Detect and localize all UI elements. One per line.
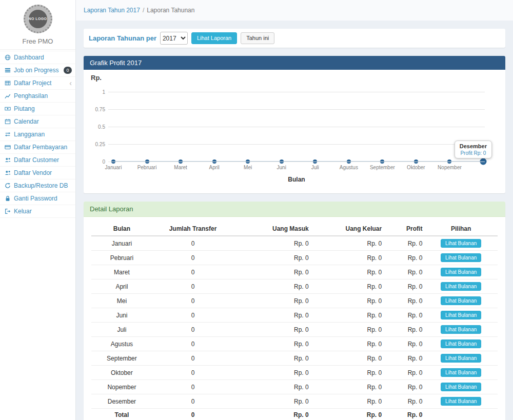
sidebar-item-daftar-customer[interactable]: Daftar Customer xyxy=(0,153,75,166)
cell-pilihan: Lihat Bulanan xyxy=(424,251,498,265)
lihat-bulanan-button-juli[interactable]: Lihat Bulanan xyxy=(441,325,481,334)
x-tick-label: April xyxy=(209,165,220,170)
sidebar-item-langganan[interactable]: Langganan xyxy=(0,128,75,141)
cell-pilihan: Lihat Bulanan xyxy=(424,323,498,337)
table-row-pebruari: Pebruari0Rp. 0Rp. 0Rp. 0Lihat Bulanan xyxy=(91,251,498,265)
lihat-bulanan-button-agustus[interactable]: Lihat Bulanan xyxy=(441,339,481,348)
year-select[interactable]: 2017 xyxy=(160,32,188,45)
total-label: Total xyxy=(91,409,152,420)
sidebar-item-label: Job on Progress xyxy=(14,67,58,74)
sidebar-item-piutang[interactable]: Piutang xyxy=(0,102,75,115)
lihat-bulanan-button-oktober[interactable]: Lihat Bulanan xyxy=(441,368,481,377)
cell-bulan: Januari xyxy=(91,236,152,251)
sidebar-item-keluar[interactable]: Keluar xyxy=(0,205,75,218)
lihat-bulanan-button-desember[interactable]: Lihat Bulanan xyxy=(441,397,481,406)
cell-bulan: Desember xyxy=(91,394,152,409)
report-table-body: Januari0Rp. 0Rp. 0Rp. 0Lihat BulananPebr… xyxy=(91,236,498,409)
users-icon xyxy=(5,170,11,176)
lihat-bulanan-button-september[interactable]: Lihat Bulanan xyxy=(441,354,481,363)
sidebar-item-penghasilan[interactable]: Penghasilan xyxy=(0,89,75,102)
filter-label: Laporan Tahunan per xyxy=(89,34,156,42)
cell-bulan: April xyxy=(91,279,152,294)
cell-pilihan: Lihat Bulanan xyxy=(424,279,498,294)
brand-name: Free PMO xyxy=(0,37,75,45)
main-content: Laporan Tahun 2017/Laporan Tahunan Lapor… xyxy=(76,0,513,420)
sidebar-item-daftar-project[interactable]: Daftar Project‹ xyxy=(0,76,75,89)
cell-profit: Rp. 0 xyxy=(384,308,424,323)
total-profit: Rp. 0 xyxy=(384,409,424,420)
cell-uang-keluar: Rp. 0 xyxy=(311,294,384,308)
cell-uang-keluar: Rp. 0 xyxy=(311,366,384,380)
cell-uang-keluar: Rp. 0 xyxy=(311,236,384,251)
table-row-maret: Maret0Rp. 0Rp. 0Rp. 0Lihat Bulanan xyxy=(91,265,498,279)
cell-uang-keluar: Rp. 0 xyxy=(311,351,384,366)
sidebar-item-label: Ganti Password xyxy=(14,195,57,202)
y-tick-label: 1 xyxy=(89,89,105,95)
sidebar-item-label: Keluar xyxy=(14,208,32,215)
sidebar-item-backup-restore-db[interactable]: Backup/Restore DB xyxy=(0,179,75,192)
lihat-bulanan-button-juni[interactable]: Lihat Bulanan xyxy=(441,311,481,319)
cell-pilihan: Lihat Bulanan xyxy=(424,308,498,323)
cell-uang-masuk: Rp. 0 xyxy=(233,251,310,265)
cell-profit: Rp. 0 xyxy=(384,380,424,394)
cell-pilihan: Lihat Bulanan xyxy=(424,351,498,366)
cell-uang-keluar: Rp. 0 xyxy=(311,251,384,265)
lihat-bulanan-button-januari[interactable]: Lihat Bulanan xyxy=(441,239,481,248)
exchange-icon xyxy=(5,131,11,137)
lihat-bulanan-button-maret[interactable]: Lihat Bulanan xyxy=(441,268,481,276)
table-row-desember: Desember0Rp. 0Rp. 0Rp. 0Lihat Bulanan xyxy=(91,394,498,409)
sidebar-item-ganti-password[interactable]: Ganti Password xyxy=(0,192,75,205)
cell-jumlah-transfer: 0 xyxy=(152,366,233,380)
breadcrumb: Laporan Tahun 2017/Laporan Tahunan xyxy=(76,0,513,21)
breadcrumb-current: Laporan Tahunan xyxy=(147,7,194,14)
breadcrumb-link[interactable]: Laporan Tahun 2017 xyxy=(84,7,140,14)
cell-jumlah-transfer: 0 xyxy=(152,294,233,308)
chevron-left-icon: ‹ xyxy=(69,80,72,86)
cell-profit: Rp. 0 xyxy=(384,294,424,308)
cell-bulan: Pebruari xyxy=(91,251,152,265)
table-icon xyxy=(5,80,11,86)
dashboard-icon xyxy=(5,54,11,61)
cell-jumlah-transfer: 0 xyxy=(152,323,233,337)
cell-uang-keluar: Rp. 0 xyxy=(311,323,384,337)
tooltip-title: Desember xyxy=(460,143,487,149)
x-tick-label: September xyxy=(370,165,395,170)
lihat-bulanan-button-pebruari[interactable]: Lihat Bulanan xyxy=(441,253,481,262)
cell-jumlah-transfer: 0 xyxy=(152,380,233,394)
sidebar-item-daftar-vendor[interactable]: Daftar Vendor xyxy=(0,166,75,179)
cell-jumlah-transfer: 0 xyxy=(152,337,233,351)
sidebar-menu: DashboardJob on Progress0Daftar Project‹… xyxy=(0,51,75,218)
sidebar-item-dashboard[interactable]: Dashboard xyxy=(0,51,75,64)
total-masuk: Rp. 0 xyxy=(233,409,310,420)
cell-jumlah-transfer: 0 xyxy=(152,308,233,323)
cell-uang-keluar: Rp. 0 xyxy=(311,265,384,279)
sidebar-item-job-on-progress[interactable]: Job on Progress0 xyxy=(0,64,75,76)
lihat-bulanan-button-nopember[interactable]: Lihat Bulanan xyxy=(441,383,481,391)
gridline: 0.25 xyxy=(108,144,485,145)
sidebar-item-label: Calendar xyxy=(14,118,39,125)
cell-jumlah-transfer: 0 xyxy=(152,279,233,294)
cell-profit: Rp. 0 xyxy=(384,265,424,279)
table-row-april: April0Rp. 0Rp. 0Rp. 0Lihat Bulanan xyxy=(91,279,498,294)
cell-profit: Rp. 0 xyxy=(384,279,424,294)
view-report-button[interactable]: Lihat Laporan xyxy=(191,32,237,44)
cell-jumlah-transfer: 0 xyxy=(152,394,233,409)
lock-icon xyxy=(5,195,11,202)
lihat-bulanan-button-mei[interactable]: Lihat Bulanan xyxy=(441,296,481,305)
cell-uang-masuk: Rp. 0 xyxy=(233,294,310,308)
cell-uang-keluar: Rp. 0 xyxy=(311,279,384,294)
cell-bulan: Agustus xyxy=(91,337,152,351)
sidebar-item-label: Piutang xyxy=(14,105,35,112)
cell-jumlah-transfer: 0 xyxy=(152,236,233,251)
sidebar-item-calendar[interactable]: Calendar xyxy=(0,115,75,128)
cell-uang-masuk: Rp. 0 xyxy=(233,337,310,351)
cell-uang-masuk: Rp. 0 xyxy=(233,308,310,323)
lihat-bulanan-button-april[interactable]: Lihat Bulanan xyxy=(441,282,481,291)
cell-uang-masuk: Rp. 0 xyxy=(233,279,310,294)
tasks-icon xyxy=(5,67,11,73)
this-year-button[interactable]: Tahun ini xyxy=(241,32,274,44)
cell-profit: Rp. 0 xyxy=(384,337,424,351)
cell-jumlah-transfer: 0 xyxy=(152,265,233,279)
sidebar-item-daftar-pembayaran[interactable]: Daftar Pembayaran xyxy=(0,141,75,153)
cell-pilihan: Lihat Bulanan xyxy=(424,380,498,394)
